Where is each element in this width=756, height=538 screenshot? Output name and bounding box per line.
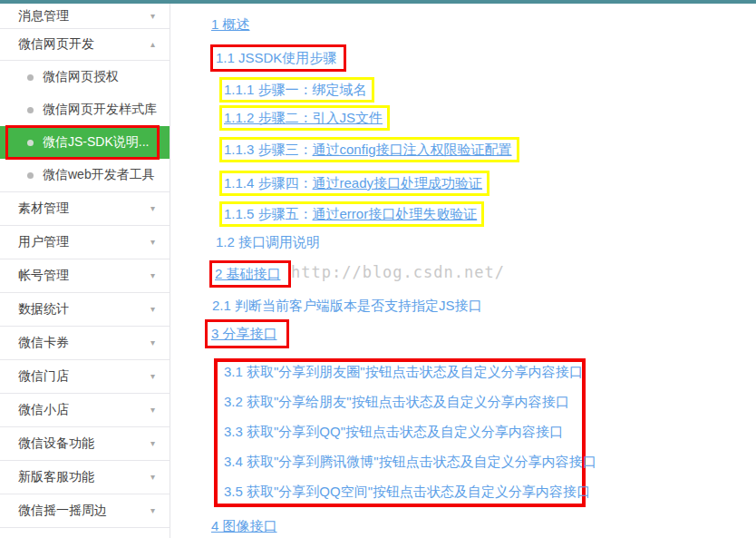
sidebar-submenu-webpage-dev: 微信网页授权 微信网页开发样式库 微信JS-SDK说明... 微信web开发者工… [0, 61, 170, 192]
toc-link-3-1-share-moments[interactable]: 3.1 获取"分享到朋友圈"按钮点击状态及自定义分享内容接口 [224, 362, 582, 382]
sidebar-item-material-management[interactable]: 素材管理 ▾ [0, 192, 170, 226]
toc-content: http://blog.csdn.net/ 1 概述 1.1 JSSDK使用步骤… [171, 0, 756, 538]
sidebar-item-label: 帐号管理 [18, 268, 69, 284]
sidebar-item-label: 微信小店 [18, 402, 69, 418]
toc-text: 通过error接口处理失败验证 [313, 206, 478, 221]
toc-link-1-2-api-usage[interactable]: 1.2 接口调用说明 [216, 232, 320, 252]
toc-link-3-5-share-qzone[interactable]: 3.5 获取"分享到QQ空间"按钮点击状态及自定义分享内容接口 [224, 482, 582, 502]
toc-text: 2.1 判断当前客户端版本是否支持指定JS接口 [212, 298, 482, 313]
chevron-down-icon: ▾ [150, 506, 155, 515]
toc-link-2-1-check-version[interactable]: 2.1 判断当前客户端版本是否支持指定JS接口 [212, 296, 482, 316]
toc-text: 3.3 获取"分享到QQ"按钮点击状态及自定义分享内容接口 [224, 424, 563, 439]
toc-text: 1.2 接口调用说明 [216, 234, 320, 249]
toc-link-1-overview[interactable]: 1 概述 [211, 15, 250, 34]
sidebar-item-label: 微信设备功能 [18, 435, 94, 452]
toc-text: 3.4 获取"分享到腾讯微博"按钮点击状态及自定义分享内容接口 [224, 454, 596, 469]
sidebar-item-wechat-device[interactable]: 微信设备功能 ▾ [0, 427, 170, 461]
annotation-red-box: 3 分享接口 [205, 319, 289, 348]
sidebar: 消息管理 ▾ 微信网页开发 ▴ 微信网页授权 微信网页开发样式库 微信JS-SD… [0, 4, 170, 538]
toc-text: 1.1 JSSDK使用步骤 [216, 50, 336, 65]
annotation-yellow-box: 1.1.5 步骤五：通过error接口处理失败验证 [219, 201, 484, 227]
annotation-yellow-box: 1.1.3 步骤三：通过config接口注入权限验证配置 [219, 137, 519, 162]
sidebar-subitem-label: 微信网页授权 [43, 69, 119, 85]
toc-text: 3.2 获取"分享给朋友"按钮点击状态及自定义分享内容接口 [224, 394, 569, 409]
bullet-icon [27, 172, 34, 179]
toc-text: 4 图像接口 [211, 518, 277, 533]
chevron-down-icon: ▾ [150, 238, 155, 247]
toc-link-4-image-api[interactable]: 4 图像接口 [211, 516, 277, 536]
sidebar-item-label: 素材管理 [18, 201, 69, 217]
sidebar-item-label: 微信网页开发 [18, 36, 94, 53]
sidebar-subitem-webpage-style-lib[interactable]: 微信网页开发样式库 [0, 93, 170, 126]
sidebar-item-customer-service[interactable]: 新版客服功能 ▾ [0, 461, 170, 494]
sidebar-item-wechat-card[interactable]: 微信卡券 ▾ [0, 327, 170, 360]
toc-text: 1.1.4 步骤四： [224, 175, 313, 191]
toc-link-1-1-3-step3[interactable]: 1.1.3 步骤三：通过config接口注入权限验证配置 [219, 137, 519, 162]
sidebar-item-account-management[interactable]: 帐号管理 ▾ [0, 259, 170, 293]
sidebar-item-user-management[interactable]: 用户管理 ▾ [0, 226, 170, 259]
toc-link-2-basic-api[interactable]: 2 基础接口 [209, 260, 291, 288]
sidebar-subitem-label: 微信JS-SDK说明... [43, 134, 149, 151]
sidebar-item-webpage-dev[interactable]: 微信网页开发 ▴ [0, 29, 170, 61]
annotation-red-box-group: 3.1 获取"分享到朋友圈"按钮点击状态及自定义分享内容接口 3.2 获取"分享… [214, 358, 586, 507]
page: 消息管理 ▾ 微信网页开发 ▴ 微信网页授权 微信网页开发样式库 微信JS-SD… [0, 0, 756, 538]
chevron-down-icon: ▾ [150, 406, 155, 415]
toc-link-1-1-1-step1[interactable]: 1.1.1 步骤一：绑定域名 [219, 77, 374, 103]
toc-text: 3 分享接口 [211, 326, 277, 341]
sidebar-item-label: 数据统计 [18, 301, 69, 318]
toc-text: 1.1.5 步骤五： [224, 206, 313, 221]
sidebar-item-label: 消息管理 [18, 8, 69, 24]
sidebar-subitem-webpage-auth[interactable]: 微信网页授权 [0, 61, 170, 93]
chevron-down-icon: ▾ [150, 372, 155, 381]
sidebar-item-wechat-shop[interactable]: 微信小店 ▾ [0, 394, 170, 427]
bullet-icon [27, 74, 34, 81]
sidebar-item-wechat-storefront[interactable]: 微信门店 ▾ [0, 360, 170, 394]
chevron-down-icon: ▾ [150, 204, 155, 213]
toc-link-3-2-share-friend[interactable]: 3.2 获取"分享给朋友"按钮点击状态及自定义分享内容接口 [224, 392, 582, 412]
chevron-down-icon: ▾ [150, 439, 155, 448]
toc-text: 1.1.2 步骤二：引入JS文件 [224, 110, 383, 125]
chevron-down-icon: ▾ [150, 473, 155, 482]
sidebar-subitem-label: 微信网页开发样式库 [43, 102, 157, 118]
annotation-yellow-box: 1.1.2 步骤二：引入JS文件 [219, 105, 390, 131]
sidebar-subitem-label: 微信web开发者工具 [43, 167, 155, 183]
annotation-red-box: 1.1 JSSDK使用步骤 [210, 44, 346, 72]
sidebar-item-label: 用户管理 [18, 234, 69, 250]
toc-link-1-1-2-step2[interactable]: 1.1.2 步骤二：引入JS文件 [219, 105, 390, 131]
toc-link-1-1-jssdk-steps[interactable]: 1.1 JSSDK使用步骤 [210, 44, 346, 72]
toc-link-1-1-4-step4[interactable]: 1.1.4 步骤四：通过ready接口处理成功验证 [219, 171, 489, 196]
sidebar-item-label: 微信卡券 [18, 335, 69, 351]
chevron-down-icon: ▾ [150, 338, 155, 347]
toc-link-3-4-share-weibo[interactable]: 3.4 获取"分享到腾讯微博"按钮点击状态及自定义分享内容接口 [224, 452, 582, 472]
sidebar-item-data-statistics[interactable]: 数据统计 ▾ [0, 293, 170, 327]
sidebar-item-label: 微信门店 [18, 368, 69, 385]
sidebar-item-label: 微信摇一摇周边 [18, 503, 107, 519]
toc-text: 通过config接口注入权限验证配置 [313, 142, 512, 157]
chevron-down-icon: ▾ [150, 12, 155, 21]
sidebar-item-message-management[interactable]: 消息管理 ▾ [0, 4, 170, 29]
toc-text: 3.1 获取"分享到朋友圈"按钮点击状态及自定义分享内容接口 [224, 364, 583, 379]
chevron-down-icon: ▾ [150, 305, 155, 314]
toc-link-3-3-share-qq[interactable]: 3.3 获取"分享到QQ"按钮点击状态及自定义分享内容接口 [224, 422, 582, 442]
toc-text: 1.1.1 步骤一：绑定域名 [224, 82, 367, 97]
sidebar-item-shake-around[interactable]: 微信摇一摇周边 ▾ [0, 494, 170, 528]
toc-text: 通过ready接口处理成功验证 [313, 175, 483, 191]
toc-link-1-1-5-step5[interactable]: 1.1.5 步骤五：通过error接口处理失败验证 [219, 201, 484, 227]
bullet-icon [27, 107, 34, 113]
chevron-down-icon: ▾ [150, 271, 155, 280]
sidebar-subitem-js-sdk-doc[interactable]: 微信JS-SDK说明... [0, 126, 170, 159]
sidebar-item-label: 新版客服功能 [18, 469, 94, 485]
annotation-yellow-box: 1.1.1 步骤一：绑定域名 [219, 77, 374, 103]
toc-link-3-share-api[interactable]: 3 分享接口 [205, 319, 289, 348]
sidebar-subitem-web-devtools[interactable]: 微信web开发者工具 [0, 159, 170, 191]
toc-text: 3.5 获取"分享到QQ空间"按钮点击状态及自定义分享内容接口 [224, 484, 590, 499]
annotation-yellow-box: 1.1.4 步骤四：通过ready接口处理成功验证 [219, 171, 489, 196]
chevron-up-icon: ▴ [150, 40, 155, 49]
annotation-red-box: 2 基础接口 [209, 260, 291, 288]
bullet-icon [27, 140, 34, 146]
toc-text: 1 概述 [211, 16, 250, 32]
toc-text: 2 基础接口 [215, 266, 281, 281]
watermark-text: http://blog.csdn.net/ [291, 263, 505, 281]
toc-text: 1.1.3 步骤三： [224, 142, 313, 157]
